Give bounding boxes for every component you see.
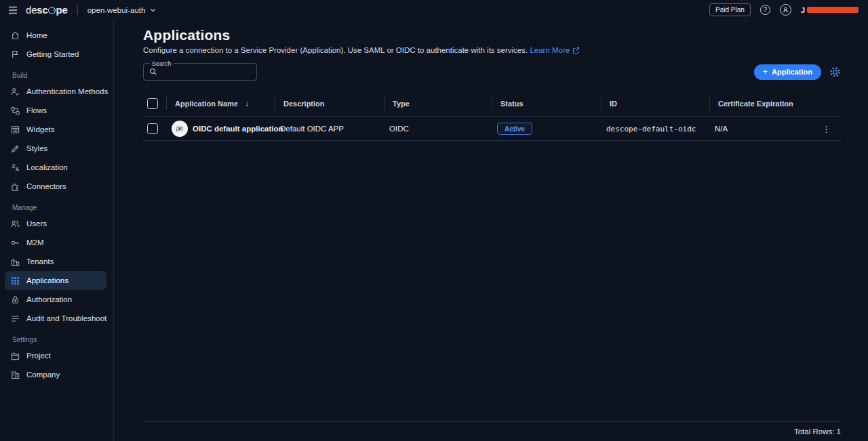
sidebar-item-company[interactable]: Company (5, 365, 106, 384)
widgets-icon (10, 125, 20, 135)
sidebar-item-styles[interactable]: Styles (5, 139, 106, 158)
user-initial: J (801, 6, 805, 14)
topbar-right: Paid Plan ? J (709, 3, 859, 16)
column-id: ID (601, 97, 709, 110)
sidebar-item-label: Audit and Troubleshoot (26, 314, 106, 322)
table-header: Application Name ↓ Description Type Stat… (143, 91, 841, 117)
cell-description: Default OIDC APP (275, 125, 384, 133)
application-name-text: OIDC default application (193, 125, 283, 133)
row-checkbox-cell (143, 123, 166, 134)
user-menu[interactable]: J (801, 6, 859, 14)
sidebar-item-m2m[interactable]: M2M (5, 233, 106, 252)
project-selector[interactable]: open-webui-auth (87, 6, 157, 14)
page-subtitle: Configure a connection to a Service Prov… (143, 45, 841, 56)
sidebar-item-label: Home (26, 31, 47, 39)
pen-icon (10, 144, 20, 154)
column-description: Description (275, 97, 384, 110)
key-icon (10, 238, 20, 248)
sidebar-section-manage: Manage (0, 196, 113, 214)
oidc-app-avatar (172, 121, 188, 137)
table-actions: + Application (754, 64, 841, 80)
page-title: Applications (143, 27, 841, 43)
subtitle-text: Configure a connection to a Service Prov… (143, 46, 528, 54)
home-icon (10, 30, 20, 41)
cell-status: Active (492, 123, 601, 135)
toolbar: Search + Application (143, 62, 841, 81)
sidebar-item-authorization[interactable]: Authorization (5, 290, 106, 309)
cell-type: OIDC (384, 125, 492, 133)
buildings-icon (10, 257, 20, 267)
sidebar-item-home[interactable]: Home (5, 26, 106, 45)
building-icon (10, 370, 20, 380)
search-label: Search (150, 60, 174, 67)
certificate-expiration-text: N/A (715, 125, 728, 133)
sidebar-item-label: Getting Started (26, 50, 79, 58)
select-all-checkbox[interactable] (147, 98, 158, 109)
descope-logo[interactable]: descpe (26, 4, 68, 16)
sidebar-item-localization[interactable]: Localization (5, 158, 106, 177)
sidebar-item-audit-and-troubleshoot[interactable]: Audit and Troubleshoot (5, 309, 106, 328)
plus-icon: + (763, 67, 768, 76)
column-status: Status (492, 97, 601, 110)
openid-logo-icon (174, 123, 186, 135)
row-kebab-menu-icon[interactable]: ⋮ (820, 125, 833, 133)
sidebar-item-label: Project (26, 352, 51, 360)
column-application-name: Application Name ↓ (166, 97, 275, 110)
sidebar-item-project[interactable]: Project (5, 346, 106, 365)
logo-lens-icon (48, 7, 56, 14)
learn-more-link[interactable]: Learn More (530, 45, 580, 56)
help-icon[interactable]: ? (760, 5, 770, 15)
sidebar-item-label: Authorization (26, 295, 72, 303)
sidebar-item-flows[interactable]: Flows (5, 101, 106, 120)
chevron-down-icon (150, 8, 156, 12)
sidebar-section-build: Build (0, 64, 113, 82)
flag-icon (10, 49, 20, 60)
hamburger-menu-icon[interactable] (7, 5, 19, 16)
folder-icon (10, 351, 20, 361)
sidebar-item-applications[interactable]: Applications (5, 271, 106, 290)
sidebar-item-label: M2M (26, 238, 44, 247)
sidebar-item-label: Connectors (26, 182, 66, 190)
sidebar-section-settings: Settings (0, 328, 113, 346)
topbar-divider (77, 5, 78, 15)
row-checkbox[interactable] (147, 123, 158, 134)
redacted-username-bar (807, 7, 859, 13)
sidebar-item-users[interactable]: Users (5, 214, 106, 233)
flow-nodes-icon (10, 106, 20, 116)
search-text-field[interactable] (161, 67, 242, 77)
status-badge: Active (497, 123, 532, 135)
search-icon (149, 68, 157, 76)
cell-application-name: OIDC default application (166, 121, 275, 137)
table-row[interactable]: OIDC default application Default OIDC AP… (143, 117, 841, 141)
topbar: descpe open-webui-auth Paid Plan ? J (0, 0, 868, 20)
logo-text: de (26, 4, 37, 16)
sort-descending-icon[interactable]: ↓ (245, 99, 249, 108)
translate-icon (10, 163, 20, 173)
user-account-icon[interactable] (780, 4, 791, 16)
sidebar-item-getting-started[interactable]: Getting Started (5, 45, 106, 64)
users-icon (10, 219, 20, 229)
column-certificate-expiration: Certificate Expiration (709, 97, 841, 110)
sidebar-item-widgets[interactable]: Widgets (5, 120, 106, 139)
list-lines-icon (10, 314, 20, 324)
header-checkbox-cell (143, 97, 166, 110)
sidebar-item-tenants[interactable]: Tenants (5, 252, 106, 271)
external-link-icon (572, 47, 580, 54)
sidebar-item-label: Tenants (26, 257, 54, 266)
sidebar-item-connectors[interactable]: Connectors (5, 177, 106, 196)
person-check-icon (10, 87, 20, 97)
sidebar: Home Getting Started Build Authenticatio… (0, 20, 114, 441)
puzzle-icon (10, 182, 20, 192)
table-footer: Total Rows: 1 (143, 421, 841, 436)
add-application-button[interactable]: + Application (754, 64, 821, 80)
gear-icon[interactable] (829, 66, 841, 78)
main-content: Applications Configure a connection to a… (114, 20, 868, 441)
cell-id: descope-default-oidc (601, 125, 709, 133)
search-input[interactable]: Search (143, 63, 257, 81)
sidebar-item-label: Company (26, 371, 60, 379)
grid-icon (10, 276, 20, 286)
sidebar-item-authentication-methods[interactable]: Authentication Methods (5, 82, 106, 101)
sidebar-item-label: Applications (26, 276, 68, 285)
sidebar-item-label: Flows (26, 106, 47, 114)
paid-plan-button[interactable]: Paid Plan (709, 3, 751, 16)
